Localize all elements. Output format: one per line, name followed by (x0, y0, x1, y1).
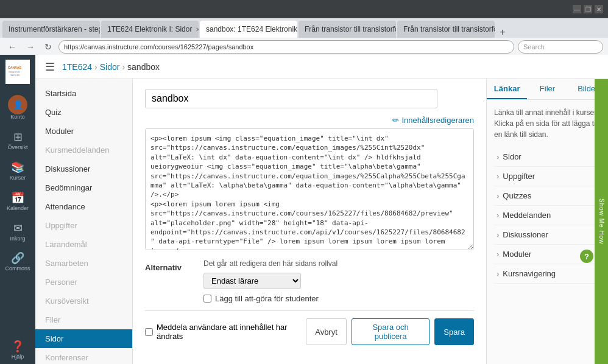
page-title-input[interactable] (145, 89, 437, 108)
left-nav-sidor[interactable]: Sidor (35, 329, 132, 348)
main-content: ☰ 1TE624 › Sidor › sandbox Startsida Qui… (35, 55, 608, 364)
rollval-select[interactable]: Endast lärare Alla Studenter (203, 273, 301, 289)
tab-3-active[interactable]: sandbox: 1TE624 Elektronik I ✕ (200, 21, 297, 38)
right-panel-sidor-label: Sidor (503, 152, 521, 161)
right-panel-diskussioner-label: Diskussioner (503, 230, 548, 239)
sidebar-item-inkorg[interactable]: ✉ Inkorg (0, 218, 35, 246)
chevron-moduler-icon: › (497, 250, 499, 259)
right-panel-kursnavigering-label: Kursnavigering (503, 269, 556, 278)
new-tab-button[interactable]: + (496, 27, 509, 38)
notify-row: Meddela användare att innehållet har änd… (145, 323, 306, 341)
right-panel-kursnavigering[interactable]: › Kursnavigering (494, 264, 601, 284)
left-nav-kursoversikt[interactable]: Kursöversikt (35, 292, 132, 310)
tabs-bar: Instrumentförstärkaren - steg f... ✕ 1TE… (0, 18, 608, 38)
pencil-icon: ✏ (392, 116, 399, 125)
divider (145, 310, 474, 311)
nav-bar: ← → ↻ https://canvas.instructure.com/cou… (0, 38, 608, 56)
maximize-button[interactable]: ❐ (584, 5, 592, 13)
right-panel-body: Länka till annat innehåll i kursen. Klic… (487, 100, 608, 364)
title-bar: — ❐ ✕ (0, 0, 608, 18)
right-panel-uppgifter[interactable]: › Uppgifter (494, 167, 601, 186)
content-editor-link[interactable]: ✏ Innehållsredigeraren (392, 116, 474, 125)
tab-4[interactable]: Från transistor till transistorfö... ✕ (299, 21, 396, 38)
svg-text:TEACHER: TEACHER (10, 74, 21, 77)
tab-label: sandbox: 1TE624 Elektronik I (206, 25, 297, 33)
left-nav-attendance[interactable]: Attendance (35, 197, 132, 216)
kalender-icon: 📅 (11, 191, 24, 205)
chevron-diskussioner-icon: › (497, 230, 499, 239)
show-me-how-button[interactable]: Show Me How (595, 79, 608, 364)
breadcrumb-home[interactable]: 1TE624 (62, 62, 92, 72)
right-panel-meddelanden[interactable]: › Meddelanden (494, 206, 601, 225)
chevron-kursnavigering-icon: › (497, 269, 499, 278)
show-me-how-label: Show Me How (598, 198, 605, 244)
right-panel-tabs: Länkar Filer Bilder (487, 79, 608, 100)
tab-5[interactable]: Från transistor till transistorfö... ✕ (397, 21, 495, 38)
sidebar-item-kalender[interactable]: 📅 Kalender (0, 187, 35, 215)
search-bar[interactable]: Search (518, 40, 603, 54)
sidebar-item-commons[interactable]: 🔗 Commons (0, 248, 35, 276)
content-area: Startsida Quiz Moduler Kursmeddelanden D… (35, 79, 608, 364)
tab-close-2[interactable]: ✕ (196, 26, 199, 33)
url-bar[interactable]: https://canvas.instructure.com/courses/1… (58, 40, 514, 54)
avbryt-button[interactable]: Avbryt (306, 318, 347, 345)
tab-label: Instrumentförstärkaren - steg f... (9, 25, 100, 33)
chevron-uppgifter-icon: › (497, 172, 499, 181)
left-nav-kursmeddelanden[interactable]: Kursmeddelanden (35, 141, 132, 159)
back-button[interactable]: ← (5, 41, 19, 53)
left-nav-filer[interactable]: Filer (35, 310, 132, 329)
alternativ-desc: Det går att redigera den här sidans roll… (203, 259, 338, 268)
left-nav-quiz[interactable]: Quiz (35, 103, 132, 122)
tab-filer[interactable]: Filer (527, 79, 567, 99)
oversikt-icon: ⊞ (13, 130, 23, 144)
sidebar-item-oversikt[interactable]: ⊞ Översikt (0, 127, 35, 155)
left-nav-diskussioner[interactable]: Diskussioner (35, 159, 132, 178)
hjalp-icon: ❓ (11, 340, 24, 353)
notify-checkbox[interactable] (145, 328, 153, 336)
sidebar-item-label-kalender: Kalender (7, 206, 29, 212)
left-nav-uppgifter[interactable]: Uppgifter (35, 216, 132, 235)
close-button[interactable]: ✕ (595, 5, 603, 13)
content-editor-label: Innehållsredigeraren (401, 116, 474, 125)
tab-lankar[interactable]: Länkar (487, 79, 527, 99)
kurser-icon: 📚 (11, 161, 24, 174)
tab-2[interactable]: 1TE624 Elektronik I: Sidor ✕ (101, 21, 199, 38)
sidebar-item-konto[interactable]: 👤 Konto (0, 91, 35, 124)
help-button[interactable]: ? (580, 250, 593, 263)
left-nav-samarbeten[interactable]: Samarbeten (35, 254, 132, 273)
inkorg-icon: ✉ (13, 222, 23, 235)
tab-label: 1TE624 Elektronik I: Sidor (107, 25, 192, 33)
tab-1[interactable]: Instrumentförstärkaren - steg f... ✕ (2, 21, 100, 38)
checkbox-label: Lägg till att-göra för studenter (215, 294, 319, 303)
editor-textarea[interactable]: <p><lorem ipsum <img class="equation_ima… (145, 128, 474, 250)
right-panel-sidor[interactable]: › Sidor (494, 147, 601, 167)
sidebar-item-kurser[interactable]: 📚 Kurser (0, 157, 35, 185)
left-nav-personer[interactable]: Personer (35, 273, 132, 292)
sidebar-item-hjalp[interactable]: ❓ Hjälp (0, 336, 35, 364)
chevron-meddelanden-icon: › (497, 211, 499, 220)
left-nav-konferenser[interactable]: Konferenser (35, 348, 132, 364)
search-placeholder: Search (523, 43, 545, 51)
right-panel-desc: Länka till annat innehåll i kursen. Klic… (494, 107, 601, 140)
window-controls[interactable]: — ❐ ✕ (573, 5, 603, 13)
breadcrumb-sidor[interactable]: Sidor (100, 62, 120, 72)
canvas-logo: CANVAS FREE FOR TEACHER (5, 60, 30, 84)
reload-button[interactable]: ↻ (41, 41, 55, 53)
right-panel-diskussioner[interactable]: › Diskussioner (494, 225, 601, 245)
sidebar-item-label-konto: Konto (10, 114, 25, 121)
left-nav-larandemal[interactable]: Lärandemål (35, 235, 132, 254)
sidebar: CANVAS FREE FOR TEACHER 👤 Konto ⊞ Översi… (0, 55, 35, 364)
left-nav-startsida[interactable]: Startsida (35, 84, 132, 103)
forward-button[interactable]: → (23, 41, 38, 53)
left-nav-bedomningar[interactable]: Bedömningar (35, 178, 132, 197)
lagg-till-checkbox[interactable] (203, 295, 211, 303)
spara-button[interactable]: Spara (434, 318, 474, 345)
spara-publicera-button[interactable]: Spara och publicera (352, 318, 429, 345)
url-text: https://canvas.instructure.com/courses/1… (64, 43, 253, 51)
minimize-button[interactable]: — (573, 5, 581, 13)
editor-toolbar-row: ✏ Innehållsredigeraren (145, 116, 474, 125)
right-panel-uppgifter-label: Uppgifter (503, 172, 535, 181)
hamburger-icon[interactable]: ☰ (45, 60, 55, 74)
right-panel-quizzes[interactable]: › Quizzes (494, 186, 601, 206)
left-nav-moduler[interactable]: Moduler (35, 122, 132, 141)
